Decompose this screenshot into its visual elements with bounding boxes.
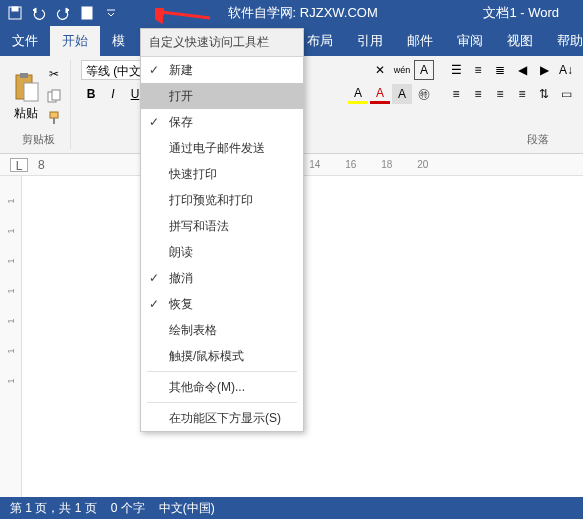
vruler-tick: 1 bbox=[5, 348, 15, 353]
highlight-icon[interactable]: A bbox=[348, 84, 368, 104]
decrease-indent-icon[interactable]: ◀ bbox=[512, 60, 532, 80]
borders-icon[interactable]: ⊞ bbox=[578, 84, 583, 104]
clear-format-icon[interactable]: ✕ bbox=[370, 60, 390, 80]
ruler-tick: 16 bbox=[335, 159, 367, 170]
svg-rect-10 bbox=[53, 118, 55, 124]
qat-dropdown-icon[interactable] bbox=[100, 2, 122, 24]
tab-review[interactable]: 审阅 bbox=[445, 26, 495, 56]
phonetic-icon[interactable]: wén bbox=[392, 60, 412, 80]
sort-icon[interactable]: A↓ bbox=[556, 60, 576, 80]
enclose-icon[interactable]: ㊕ bbox=[414, 84, 434, 104]
menu-item-4[interactable]: 快速打印 bbox=[141, 161, 303, 187]
vertical-ruler[interactable]: 1 1 1 1 1 1 1 bbox=[0, 176, 22, 497]
menu-item-12[interactable]: 其他命令(M)... bbox=[141, 374, 303, 400]
ruler-ticks: 6 8 10 12 14 16 18 20 bbox=[55, 159, 573, 170]
shading-icon[interactable]: ▭ bbox=[556, 84, 576, 104]
align-right-icon[interactable]: ≡ bbox=[490, 84, 510, 104]
ruler-tick: 20 bbox=[407, 159, 439, 170]
save-icon[interactable] bbox=[4, 2, 26, 24]
check-icon: ✓ bbox=[149, 63, 159, 77]
paragraph-group-label: 段落 bbox=[527, 132, 549, 149]
menu-item-9[interactable]: ✓恢复 bbox=[141, 291, 303, 317]
menu-item-2[interactable]: ✓保存 bbox=[141, 109, 303, 135]
status-page[interactable]: 第 1 页，共 1 页 bbox=[10, 500, 97, 517]
vruler-tick: 1 bbox=[5, 228, 15, 233]
document-icon[interactable] bbox=[76, 2, 98, 24]
tab-help[interactable]: 帮助 bbox=[545, 26, 583, 56]
status-bar: 第 1 页，共 1 页 0 个字 中文(中国) bbox=[0, 497, 583, 519]
svg-rect-2 bbox=[82, 7, 92, 19]
multilevel-icon[interactable]: ≣ bbox=[490, 60, 510, 80]
vruler-tick: 1 bbox=[5, 258, 15, 263]
vruler-tick: 1 bbox=[5, 198, 15, 203]
menu-item-1[interactable]: 打开 bbox=[141, 83, 303, 109]
menu-item-label: 快速打印 bbox=[169, 166, 217, 183]
menu-item-6[interactable]: 拼写和语法 bbox=[141, 213, 303, 239]
menu-item-label: 其他命令(M)... bbox=[169, 379, 245, 396]
tab-stop-indicator[interactable]: L bbox=[10, 158, 28, 172]
menu-item-label: 撤消 bbox=[169, 270, 193, 287]
svg-rect-1 bbox=[12, 7, 18, 11]
italic-icon[interactable]: I bbox=[103, 84, 123, 104]
vruler-tick: 1 bbox=[5, 318, 15, 323]
align-left-icon[interactable]: ≡ bbox=[446, 84, 466, 104]
tab-mailings[interactable]: 邮件 bbox=[395, 26, 445, 56]
tab-references[interactable]: 引用 bbox=[345, 26, 395, 56]
ruler-tick: 18 bbox=[371, 159, 403, 170]
copy-icon[interactable] bbox=[44, 86, 64, 106]
check-icon: ✓ bbox=[149, 297, 159, 311]
menu-item-11[interactable]: 触摸/鼠标模式 bbox=[141, 343, 303, 369]
svg-rect-6 bbox=[24, 83, 38, 101]
menu-item-10[interactable]: 绘制表格 bbox=[141, 317, 303, 343]
tab-view[interactable]: 视图 bbox=[495, 26, 545, 56]
menu-item-label: 绘制表格 bbox=[169, 322, 217, 339]
undo-icon[interactable] bbox=[28, 2, 50, 24]
char-border-icon[interactable]: A bbox=[414, 60, 434, 80]
svg-line-3 bbox=[161, 12, 210, 18]
format-painter-icon[interactable] bbox=[44, 108, 64, 128]
char-shading-icon[interactable]: A bbox=[392, 84, 412, 104]
tab-template[interactable]: 模 bbox=[100, 26, 137, 56]
menu-item-label: 新建 bbox=[169, 62, 193, 79]
menu-item-label: 拼写和语法 bbox=[169, 218, 229, 235]
numbering-icon[interactable]: ≡ bbox=[468, 60, 488, 80]
document-title: 文档1 - Word bbox=[483, 4, 559, 22]
paste-label: 粘贴 bbox=[14, 105, 38, 122]
group-clipboard: 粘贴 ✂ 剪贴板 bbox=[6, 60, 71, 149]
redo-icon[interactable] bbox=[52, 2, 74, 24]
increase-indent-icon[interactable]: ▶ bbox=[534, 60, 554, 80]
vruler-tick: 1 bbox=[5, 288, 15, 293]
font-color-icon[interactable]: A bbox=[370, 84, 390, 104]
tab-file[interactable]: 文件 bbox=[0, 26, 50, 56]
menu-item-13[interactable]: 在功能区下方显示(S) bbox=[141, 405, 303, 431]
annotation-arrow bbox=[155, 8, 215, 28]
menu-item-label: 在功能区下方显示(S) bbox=[169, 410, 281, 427]
menu-item-label: 恢复 bbox=[169, 296, 193, 313]
svg-rect-5 bbox=[20, 73, 28, 78]
check-icon: ✓ bbox=[149, 271, 159, 285]
vruler-tick: 1 bbox=[5, 378, 15, 383]
bullets-icon[interactable]: ☰ bbox=[446, 60, 466, 80]
cut-icon[interactable]: ✂ bbox=[44, 64, 64, 84]
menu-item-label: 打开 bbox=[169, 88, 193, 105]
bold-icon[interactable]: B bbox=[81, 84, 101, 104]
menu-item-label: 通过电子邮件发送 bbox=[169, 140, 265, 157]
menu-item-8[interactable]: ✓撤消 bbox=[141, 265, 303, 291]
justify-icon[interactable]: ≡ bbox=[512, 84, 532, 104]
tab-home[interactable]: 开始 bbox=[50, 26, 100, 56]
svg-rect-9 bbox=[50, 112, 58, 118]
menu-item-label: 打印预览和打印 bbox=[169, 192, 253, 209]
menu-item-5[interactable]: 打印预览和打印 bbox=[141, 187, 303, 213]
check-icon: ✓ bbox=[149, 115, 159, 129]
ruler-num: 8 bbox=[38, 158, 45, 172]
menu-item-3[interactable]: 通过电子邮件发送 bbox=[141, 135, 303, 161]
menu-item-label: 保存 bbox=[169, 114, 193, 131]
status-language[interactable]: 中文(中国) bbox=[159, 500, 215, 517]
line-spacing-icon[interactable]: ⇅ bbox=[534, 84, 554, 104]
title-bar: 软件自学网: RJZXW.COM 文档1 - Word bbox=[0, 0, 583, 26]
status-words[interactable]: 0 个字 bbox=[111, 500, 145, 517]
menu-item-7[interactable]: 朗读 bbox=[141, 239, 303, 265]
paste-button[interactable]: 粘贴 bbox=[12, 71, 40, 122]
menu-item-0[interactable]: ✓新建 bbox=[141, 57, 303, 83]
align-center-icon[interactable]: ≡ bbox=[468, 84, 488, 104]
